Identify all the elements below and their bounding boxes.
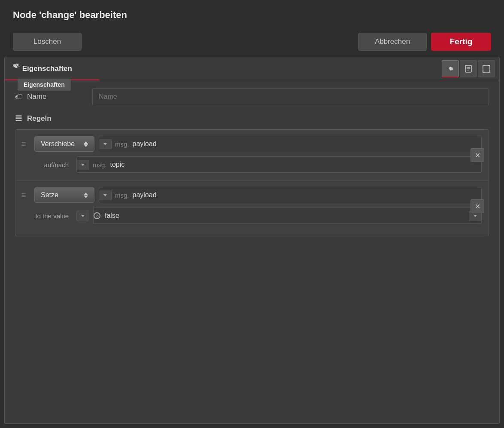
rule1-delete-button[interactable]: ✕ bbox=[471, 148, 484, 162]
tab-icons-group bbox=[437, 57, 499, 80]
delete-button[interactable]: Löschen bbox=[13, 33, 82, 51]
rules-section-header: ☰ Regeln bbox=[15, 114, 489, 123]
rule-row-1: ≡ Verschiebe msg. bbox=[15, 130, 489, 181]
name-input[interactable] bbox=[92, 88, 489, 105]
tooltip-eigenschaften: Eigenschaften bbox=[18, 79, 71, 91]
rule2-source-field: msg. bbox=[99, 187, 482, 203]
rule2-top-line: ≡ Setze msg. bbox=[20, 187, 482, 203]
rule2-source-msg-label: msg. bbox=[112, 188, 131, 203]
description-icon-button[interactable] bbox=[460, 60, 477, 77]
rule2-bottom-line: to the value ⊘ false bbox=[33, 208, 482, 224]
chevron-icon-3 bbox=[103, 194, 107, 196]
gear-tab-icon bbox=[12, 64, 22, 73]
svg-rect-4 bbox=[483, 65, 490, 72]
arrow-down-icon-2 bbox=[84, 196, 88, 198]
rules-container: ≡ Verschiebe msg. bbox=[15, 129, 489, 236]
rule1-source-field: msg. bbox=[99, 136, 482, 152]
chevron-icon-5 bbox=[474, 215, 477, 217]
rule2-value-text: false bbox=[100, 208, 469, 223]
tabs-header: Eigenschaften Eigenschaften bbox=[5, 57, 499, 80]
rule1-action-label: Verschiebe bbox=[41, 140, 75, 148]
rule2-action-label: Setze bbox=[41, 191, 58, 199]
tab-content-eigenschaften: 🏷 Name ☰ Regeln ≡ Verschiebe bbox=[5, 80, 499, 423]
rule2-dest-label: to the value bbox=[33, 212, 72, 220]
rule2-action-dropdown[interactable]: Setze bbox=[34, 187, 94, 203]
tabs-container: Eigenschaften Eigenschaften bbox=[4, 57, 500, 424]
rule-row-2: ≡ Setze msg. bbox=[15, 181, 489, 232]
dialog-title: Node 'change' bearbeiten bbox=[0, 0, 504, 28]
rule1-bottom-line: auf/nach msg. bbox=[33, 156, 482, 173]
bool-type-icon: ⊘ bbox=[94, 212, 100, 219]
dialog-toolbar: Löschen Abbrechen Fertig bbox=[0, 28, 504, 57]
rule2-delete-button[interactable]: ✕ bbox=[471, 199, 484, 213]
rule1-dest-msg-label: msg. bbox=[89, 157, 109, 172]
rule1-source-value[interactable] bbox=[131, 136, 481, 152]
rule1-dest-prefix-btn[interactable] bbox=[77, 160, 89, 170]
arrow-down-icon bbox=[84, 144, 88, 147]
chevron-icon-2 bbox=[81, 164, 85, 166]
name-field-label: 🏷 Name bbox=[15, 92, 92, 101]
rule1-drag-handle[interactable]: ≡ bbox=[20, 138, 30, 150]
chevron-icon bbox=[103, 143, 107, 145]
rule1-action-dropdown[interactable]: Verschiebe bbox=[34, 136, 94, 152]
rule1-top-line: ≡ Verschiebe msg. bbox=[20, 136, 482, 152]
rules-label: Regeln bbox=[27, 114, 52, 123]
rule1-dest-label: auf/nach bbox=[33, 161, 72, 168]
rule1-source-prefix-btn[interactable] bbox=[99, 139, 112, 149]
rule2-value-field: ⊘ false bbox=[93, 208, 482, 224]
arrow-up-icon-2 bbox=[84, 193, 88, 195]
rule1-dest-value[interactable] bbox=[109, 157, 481, 172]
arrow-up-icon bbox=[84, 141, 88, 144]
rule1-arrows bbox=[84, 141, 88, 147]
dialog-container: Node 'change' bearbeiten Löschen Abbrech… bbox=[0, 0, 504, 428]
rule2-value-type-btn[interactable] bbox=[76, 211, 89, 221]
tab-eigenschaften[interactable]: Eigenschaften Eigenschaften bbox=[5, 57, 99, 80]
rule1-source-msg-label: msg. bbox=[112, 137, 131, 152]
cancel-button[interactable]: Abbrechen bbox=[358, 33, 427, 51]
chevron-icon-4 bbox=[81, 215, 85, 217]
rule2-source-value[interactable] bbox=[131, 187, 481, 203]
done-button[interactable]: Fertig bbox=[431, 33, 491, 51]
tag-icon: 🏷 bbox=[15, 92, 23, 101]
name-field-row: 🏷 Name bbox=[15, 88, 489, 105]
tab-eigenschaften-label: Eigenschaften bbox=[22, 64, 72, 73]
properties-icon-button[interactable] bbox=[442, 60, 459, 77]
rules-icon: ☰ bbox=[15, 114, 22, 123]
rule2-source-prefix-btn[interactable] bbox=[99, 190, 112, 200]
expand-icon-button[interactable] bbox=[478, 60, 495, 77]
tab-spacer bbox=[99, 57, 437, 80]
rule2-drag-handle[interactable]: ≡ bbox=[20, 189, 30, 202]
rule2-arrows bbox=[84, 193, 88, 198]
rule1-dest-field: msg. bbox=[76, 156, 482, 173]
name-label-text: Name bbox=[27, 92, 46, 101]
